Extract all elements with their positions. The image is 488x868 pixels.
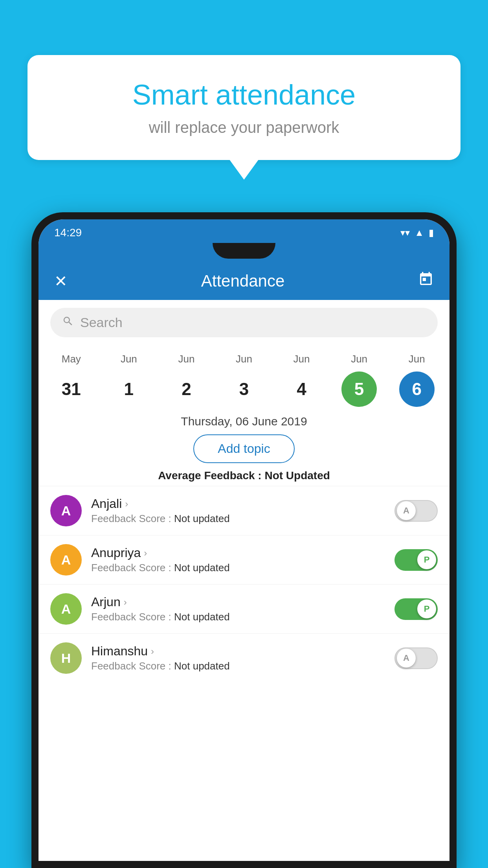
speech-bubble-title: Smart attendance: [59, 79, 429, 111]
student-info: Arjun › Feedback Score : Not updated: [91, 595, 385, 623]
status-icons: ▾▾ ▲ ▮: [400, 227, 434, 238]
selected-date: Thursday, 06 June 2019: [39, 411, 449, 428]
status-time: 14:29: [54, 226, 82, 239]
chevron-right-icon: ›: [144, 548, 147, 559]
calendar-day[interactable]: Jun 3: [220, 353, 268, 407]
calendar-day[interactable]: Jun 4: [278, 353, 325, 407]
calendar-day[interactable]: Jun 5: [336, 353, 383, 407]
toggle-knob: A: [397, 649, 416, 668]
speech-bubble: Smart attendance will replace your paper…: [28, 55, 460, 160]
toggle-knob: A: [397, 501, 416, 520]
toggle-knob: P: [417, 550, 436, 569]
phone-frame: 14:29 ▾▾ ▲ ▮ ✕ Attendance: [31, 212, 457, 868]
speech-bubble-container: Smart attendance will replace your paper…: [28, 55, 460, 160]
cal-date: 2: [169, 371, 204, 407]
student-item[interactable]: A Anjali › Feedback Score : Not updated …: [39, 486, 449, 535]
student-info: Himanshu › Feedback Score : Not updated: [91, 644, 385, 672]
student-feedback-score: Feedback Score : Not updated: [91, 611, 385, 623]
student-name: Anjali ›: [91, 497, 385, 511]
close-button[interactable]: ✕: [54, 272, 68, 290]
avatar: A: [50, 495, 82, 526]
cal-date: 31: [53, 371, 89, 407]
chevron-right-icon: ›: [124, 597, 127, 608]
attendance-toggle[interactable]: A: [394, 647, 438, 669]
notch-area: [39, 243, 449, 262]
search-placeholder: Search: [80, 315, 123, 330]
avatar: A: [50, 593, 82, 625]
speech-bubble-subtitle: will replace your paperwork: [59, 119, 429, 136]
wifi-icon: ▾▾: [400, 227, 410, 238]
chevron-right-icon: ›: [125, 498, 128, 509]
battery-icon: ▮: [429, 227, 434, 238]
avatar: H: [50, 642, 82, 674]
notch: [213, 243, 275, 259]
calendar-button[interactable]: [418, 271, 434, 291]
toggle-knob: P: [417, 600, 436, 618]
cal-month: Jun: [409, 353, 425, 365]
search-bar[interactable]: Search: [50, 308, 438, 337]
app-bar-title: Attendance: [201, 272, 285, 291]
phone-screen: 14:29 ▾▾ ▲ ▮ ✕ Attendance: [39, 219, 449, 861]
cal-date: 4: [284, 371, 319, 407]
feedback-label-text: Average Feedback :: [158, 469, 264, 482]
student-feedback-score: Feedback Score : Not updated: [91, 562, 385, 574]
student-name: Himanshu ›: [91, 644, 385, 658]
cal-date: 1: [111, 371, 147, 407]
student-item[interactable]: A Arjun › Feedback Score : Not updated P: [39, 584, 449, 633]
avatar: A: [50, 544, 82, 576]
cal-month: Jun: [236, 353, 252, 365]
student-info: Anjali › Feedback Score : Not updated: [91, 497, 385, 525]
cal-date: 5: [341, 371, 377, 407]
calendar-day[interactable]: Jun 6: [393, 353, 440, 407]
student-item[interactable]: H Himanshu › Feedback Score : Not update…: [39, 633, 449, 682]
cal-month: May: [62, 353, 81, 365]
calendar-day[interactable]: Jun 2: [163, 353, 210, 407]
status-bar: 14:29 ▾▾ ▲ ▮: [39, 219, 449, 243]
cal-month: Jun: [178, 353, 194, 365]
add-topic-button[interactable]: Add topic: [193, 434, 294, 463]
signal-icon: ▲: [415, 227, 424, 238]
student-feedback-score: Feedback Score : Not updated: [91, 513, 385, 525]
cal-date: 6: [399, 371, 435, 407]
calendar-day[interactable]: Jun 1: [105, 353, 152, 407]
feedback-value: Not Updated: [264, 469, 330, 482]
cal-date: 3: [226, 371, 262, 407]
app-bar: ✕ Attendance: [39, 262, 449, 300]
cal-month: Jun: [294, 353, 310, 365]
calendar-strip: May 31 Jun 1 Jun 2 Jun 3 Jun 4 Jun 5 Jun…: [39, 345, 449, 411]
cal-month: Jun: [351, 353, 367, 365]
student-info: Anupriya › Feedback Score : Not updated: [91, 546, 385, 574]
attendance-toggle[interactable]: P: [394, 549, 438, 571]
add-topic-container: Add topic: [39, 428, 449, 469]
student-name: Arjun ›: [91, 595, 385, 609]
attendance-toggle[interactable]: A: [394, 500, 438, 522]
search-container: Search: [39, 300, 449, 345]
calendar-day[interactable]: May 31: [48, 353, 95, 407]
student-feedback-score: Feedback Score : Not updated: [91, 660, 385, 672]
student-item[interactable]: A Anupriya › Feedback Score : Not update…: [39, 535, 449, 584]
student-list: A Anjali › Feedback Score : Not updated …: [39, 486, 449, 861]
student-name: Anupriya ›: [91, 546, 385, 560]
content-area: May 31 Jun 1 Jun 2 Jun 3 Jun 4 Jun 5 Jun…: [39, 345, 449, 861]
attendance-toggle[interactable]: P: [394, 598, 438, 620]
search-icon: [62, 315, 74, 330]
chevron-right-icon: ›: [151, 646, 154, 657]
average-feedback: Average Feedback : Not Updated: [39, 469, 449, 486]
cal-month: Jun: [121, 353, 137, 365]
